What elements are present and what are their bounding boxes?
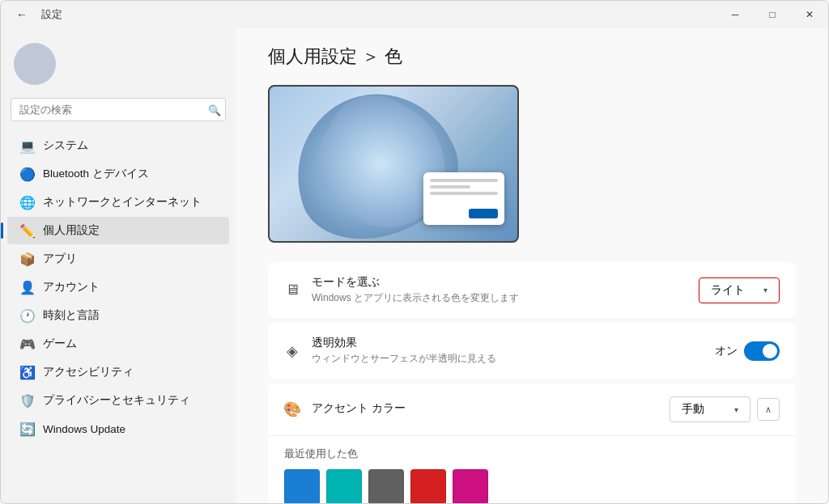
transparency-icon: ◈ [284,343,300,359]
mode-dropdown[interactable]: ライト ▾ [699,277,780,303]
mode-dropdown-chevron: ▾ [763,286,767,294]
recent-colors-label: 最近使用した色 [284,447,780,461]
sidebar-item-apps[interactable]: 📦アプリ [7,245,229,273]
nav-icon-privacy: 🛡️ [20,393,35,408]
nav-label-datetime: 時刻と言語 [43,308,100,323]
search-input[interactable] [11,98,226,121]
sidebar-item-datetime[interactable]: 🕐時刻と言語 [7,302,229,329]
close-button[interactable]: ✕ [791,1,828,28]
nav-list: 💻システム🔵Bluetooth とデバイス🌐ネットワークとインターネット✏️個人… [1,131,236,443]
settings-window: ← 設定 ─ □ ✕ 🔍 💻システム🔵Bluetooth とデバイス🌐ネットワー… [0,0,829,504]
preview-dialog [423,172,504,225]
transparency-card: ◈ 透明効果 ウィンドウとサーフェスが半透明に見える オン [268,323,796,379]
nav-label-accounts: アカウント [43,280,100,294]
mode-row: 🖥 モードを選ぶ Windows とアプリに表示される色を変更します ライト ▾ [268,262,796,318]
accent-control: 手動 ▾ ∧ [670,396,780,422]
mode-dropdown-value: ライト [711,283,745,298]
main-content: 個人用設定 ＞ 色 🖥 [236,28,828,503]
nav-label-system: システム [43,138,88,153]
nav-label-gaming: ゲーム [43,337,77,351]
search-box: 🔍 [11,98,226,121]
color-swatch-3[interactable] [410,469,446,503]
sidebar-item-system[interactable]: 💻システム [7,132,229,159]
nav-icon-bluetooth: 🔵 [20,167,35,181]
toggle-on-label: オン [715,344,738,358]
titlebar-controls: ─ □ ✕ [716,1,828,28]
mode-control: ライト ▾ [699,277,780,303]
avatar [14,43,56,85]
titlebar: ← 設定 ─ □ ✕ [1,1,828,28]
accent-dropdown-value: 手動 [682,402,704,417]
transparency-desc: ウィンドウとサーフェスが半透明に見える [312,352,704,366]
nav-icon-accessibility: ♿ [20,365,35,379]
sidebar-item-accessibility[interactable]: ♿アクセシビリティ [7,358,229,386]
transparency-row: ◈ 透明効果 ウィンドウとサーフェスが半透明に見える オン [268,323,796,379]
dialog-button-preview [469,209,498,218]
page-breadcrumb: 個人用設定 ＞ 色 [268,44,796,69]
nav-label-personalization: 個人用設定 [43,223,100,238]
accent-header-row: 🎨 アクセント カラー 手動 ▾ ∧ [268,383,796,436]
nav-icon-personalization: ✏️ [20,223,35,238]
dialog-line-3 [430,192,498,195]
titlebar-left: ← 設定 [11,3,62,26]
color-swatch-2[interactable] [368,469,404,503]
transparency-text: 透明効果 ウィンドウとサーフェスが半透明に見える [312,336,704,366]
sidebar-item-network[interactable]: 🌐ネットワークとインターネット [7,188,229,216]
color-swatches [284,469,780,503]
color-swatch-1[interactable] [326,469,362,503]
recent-colors-section: 最近使用した色 [268,436,796,503]
back-button[interactable]: ← [11,3,33,26]
transparency-control: オン [715,341,780,361]
wallpaper-preview [270,87,517,241]
sidebar-item-update[interactable]: 🔄Windows Update [7,415,229,443]
sidebar: 🔍 💻システム🔵Bluetooth とデバイス🌐ネットワークとインターネット✏️… [1,28,236,503]
sidebar-item-personalization[interactable]: ✏️個人用設定 [7,217,229,244]
nav-label-update: Windows Update [43,423,125,435]
mode-desc: Windows とアプリに表示される色を変更します [312,291,687,305]
nav-label-bluetooth: Bluetooth とデバイス [43,167,149,181]
minimize-button[interactable]: ─ [716,1,754,28]
color-swatch-0[interactable] [284,469,320,503]
mode-icon: 🖥 [284,282,300,299]
accent-icon: 🎨 [284,401,300,417]
window-title: 設定 [41,7,62,22]
search-icon-button[interactable]: 🔍 [208,104,221,116]
nav-icon-gaming: 🎮 [20,337,35,351]
mode-text: モードを選ぶ Windows とアプリに表示される色を変更します [312,275,687,305]
accent-dropdown[interactable]: 手動 ▾ [670,396,750,422]
sidebar-item-bluetooth[interactable]: 🔵Bluetooth とデバイス [7,160,229,188]
color-swatch-4[interactable] [453,469,488,503]
theme-preview [268,85,519,243]
sidebar-item-gaming[interactable]: 🎮ゲーム [7,330,229,358]
nav-label-accessibility: アクセシビリティ [43,365,134,379]
maximize-button[interactable]: □ [754,1,791,28]
mode-title: モードを選ぶ [312,275,687,290]
nav-icon-network: 🌐 [20,195,35,210]
accent-text: アクセント カラー [312,401,658,417]
accent-dropdown-chevron: ▾ [734,405,738,414]
accent-card: 🎨 アクセント カラー 手動 ▾ ∧ 最近使用した色 [268,383,796,503]
nav-label-apps: アプリ [43,252,77,266]
dialog-line-2 [430,185,470,188]
sidebar-item-accounts[interactable]: 👤アカウント [7,273,229,301]
accent-title: アクセント カラー [312,401,658,416]
nav-icon-update: 🔄 [20,421,35,436]
toggle-thumb [763,344,777,358]
sidebar-item-privacy[interactable]: 🛡️プライバシーとセキュリティ [7,387,229,414]
mode-card: 🖥 モードを選ぶ Windows とアプリに表示される色を変更します ライト ▾ [268,262,796,318]
nav-label-privacy: プライバシーとセキュリティ [43,393,190,408]
nav-icon-apps: 📦 [20,252,35,266]
accent-collapse-button[interactable]: ∧ [757,398,780,421]
nav-icon-system: 💻 [20,138,35,153]
nav-icon-accounts: 👤 [20,280,35,294]
nav-label-network: ネットワークとインターネット [43,195,202,210]
nav-icon-datetime: 🕐 [20,308,35,323]
content-area: 🔍 💻システム🔵Bluetooth とデバイス🌐ネットワークとインターネット✏️… [1,28,828,503]
transparency-toggle[interactable] [744,341,780,361]
dialog-line-1 [430,179,498,182]
transparency-title: 透明効果 [312,336,704,350]
